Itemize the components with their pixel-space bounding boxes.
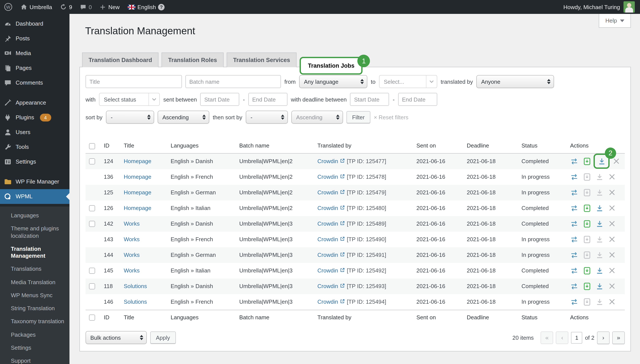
sidebar-item-comments[interactable]: Comments (0, 76, 70, 90)
language-switcher[interactable]: English ? (124, 0, 168, 14)
cancel-job-icon[interactable] (608, 220, 616, 227)
submenu-item-media-translation[interactable]: Media Translation (0, 276, 70, 289)
sync-translation-icon[interactable] (570, 282, 578, 290)
cancel-job-icon[interactable] (608, 282, 616, 290)
job-title-link[interactable]: Homepage (124, 205, 151, 211)
sidebar-item-wp-file-manager[interactable]: WP File Manager (0, 174, 70, 189)
current-page-input[interactable] (571, 332, 582, 344)
sync-translation-icon[interactable] (570, 298, 578, 306)
select-all-checkbox-bottom[interactable] (89, 314, 95, 320)
row-checkbox[interactable] (89, 221, 95, 227)
sidebar-item-settings[interactable]: Settings (0, 154, 70, 169)
download-xliff-icon[interactable] (583, 204, 591, 212)
job-title-link[interactable]: Homepage (124, 189, 151, 196)
submenu-item-settings[interactable]: Settings (0, 342, 70, 355)
download-translation-icon[interactable] (595, 282, 603, 290)
job-title-link[interactable]: Works (124, 267, 140, 274)
submenu-item-packages[interactable]: Packages (0, 328, 70, 342)
row-checkbox[interactable] (89, 206, 95, 212)
bulk-actions-select[interactable]: Bulk actions (86, 331, 147, 344)
batch-name-filter-input[interactable] (185, 75, 281, 88)
download-xliff-icon[interactable] (583, 282, 591, 290)
tab-translation-dashboard[interactable]: Translation Dashboard (82, 52, 159, 67)
new-menu[interactable]: New (96, 0, 124, 14)
translator-link[interactable]: Crowdin (317, 205, 345, 211)
download-xliff-icon[interactable] (583, 267, 591, 274)
updates-menu[interactable]: 9 (56, 0, 76, 14)
sort1-select[interactable]: - (106, 111, 154, 124)
translator-link[interactable]: Crowdin (317, 283, 345, 290)
prev-page-button[interactable]: ‹ (556, 331, 569, 344)
download-xliff-icon[interactable] (583, 158, 591, 165)
sent-start-date-input[interactable] (200, 93, 239, 106)
submenu-item-languages[interactable]: Languages (0, 209, 70, 222)
download-translation-icon[interactable] (595, 173, 603, 180)
sidebar-item-users[interactable]: Users (0, 125, 70, 140)
translator-link[interactable]: Crowdin (317, 158, 345, 164)
download-translation-icon[interactable] (595, 189, 603, 196)
sidebar-item-plugins[interactable]: Plugins4 (0, 110, 70, 125)
download-xliff-icon[interactable] (583, 189, 591, 196)
tab-translation-jobs[interactable]: Translation Jobs (299, 57, 363, 74)
row-checkbox[interactable] (89, 268, 95, 274)
download-translation-icon[interactable] (595, 298, 603, 306)
sidebar-item-wpml[interactable]: WPML (0, 189, 70, 204)
download-xliff-icon[interactable] (583, 298, 591, 306)
cancel-job-icon[interactable] (608, 189, 616, 196)
help-button[interactable]: Help (599, 14, 631, 28)
sync-translation-icon[interactable] (570, 251, 578, 258)
download-xliff-icon[interactable] (583, 236, 591, 243)
translator-link[interactable]: Crowdin (317, 267, 345, 274)
translator-link[interactable]: Crowdin (317, 298, 345, 305)
download-translation-icon[interactable] (595, 236, 603, 243)
sidebar-item-posts[interactable]: Posts (0, 31, 70, 46)
filter-button[interactable]: Filter (347, 111, 370, 123)
site-menu[interactable]: Umbrella (17, 0, 56, 14)
download-translation-icon[interactable] (595, 204, 603, 212)
reset-filters-link[interactable]: × Reset filters (374, 114, 409, 120)
submenu-item-support[interactable]: Support (0, 354, 70, 364)
sync-translation-icon[interactable] (570, 173, 578, 180)
last-page-button[interactable]: » (612, 331, 625, 344)
sidebar-item-media[interactable]: Media (0, 46, 70, 61)
job-title-link[interactable]: Solutions (124, 283, 147, 290)
job-title-link[interactable]: Works (124, 236, 140, 242)
sent-end-date-input[interactable] (248, 93, 287, 106)
to-language-select[interactable]: Select... (379, 75, 437, 88)
wp-logo-menu[interactable]: W (0, 0, 17, 14)
sync-translation-icon[interactable] (570, 158, 578, 165)
account-menu[interactable]: Howdy, Michael Turing (558, 0, 640, 14)
download-translation-icon[interactable] (595, 220, 603, 227)
download-xliff-icon[interactable] (583, 173, 591, 180)
sync-translation-icon[interactable] (570, 267, 578, 274)
sort2-select[interactable]: - (246, 111, 288, 124)
cancel-job-icon[interactable] (608, 267, 616, 274)
job-title-link[interactable]: Homepage (124, 158, 151, 164)
submenu-item-taxonomy-translation[interactable]: Taxonomy translation (0, 315, 70, 328)
deadline-end-date-input[interactable] (398, 93, 437, 106)
from-language-select[interactable]: Any language (299, 75, 367, 88)
sidebar-item-pages[interactable]: Pages (0, 61, 70, 76)
order1-select[interactable]: Ascending (158, 111, 209, 124)
sync-translation-icon[interactable] (570, 236, 578, 243)
sync-translation-icon[interactable] (570, 189, 578, 196)
sidebar-item-appearance[interactable]: Appearance (0, 96, 70, 110)
cancel-job-icon[interactable] (608, 173, 616, 180)
translator-link[interactable]: Crowdin (317, 174, 345, 180)
cancel-job-icon[interactable] (608, 251, 616, 258)
translator-link[interactable]: Crowdin (317, 236, 345, 242)
sync-translation-icon[interactable] (570, 220, 578, 227)
sidebar-item-dashboard[interactable]: Dashboard (0, 16, 70, 31)
translated-by-select[interactable]: Anyone (477, 75, 554, 88)
row-checkbox[interactable] (89, 284, 95, 290)
submenu-item-wp-menus-sync[interactable]: WP Menus Sync (0, 289, 70, 302)
cancel-job-icon[interactable] (608, 204, 616, 212)
translator-link[interactable]: Crowdin (317, 189, 345, 196)
sync-translation-icon[interactable] (570, 204, 578, 212)
comments-menu[interactable]: 0 (76, 0, 96, 14)
job-title-link[interactable]: Solutions (124, 298, 147, 305)
cancel-job-icon[interactable] (608, 298, 616, 306)
tab-translation-services[interactable]: Translation Services (227, 52, 297, 67)
tab-translation-roles[interactable]: Translation Roles (162, 52, 224, 67)
job-title-link[interactable]: Works (124, 252, 140, 258)
